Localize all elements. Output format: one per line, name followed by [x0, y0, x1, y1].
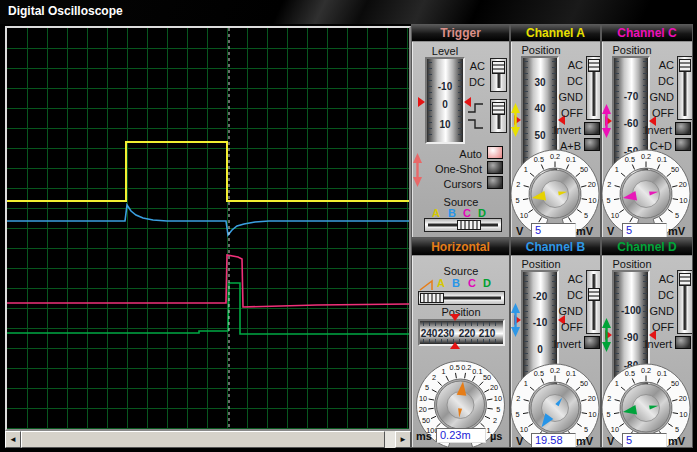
channel-d-coupling-label-ac: AC [644, 273, 674, 285]
trigger-source-slider-handle[interactable] [457, 220, 481, 230]
channel-d-unit-right: mV [668, 435, 685, 447]
channel-c-value-field[interactable]: 5 [622, 223, 667, 238]
channel-a-coupling-switch[interactable] [586, 56, 601, 120]
channel-a-panel: Channel APosition30405060ACDCGNDOFFInver… [510, 24, 601, 238]
horizontal-source-slider-handle[interactable] [420, 293, 444, 303]
horizontal-source-slider[interactable] [418, 291, 505, 305]
channel-c-scale-knob-scale-label: 10 [611, 211, 619, 220]
horizontal-position-value: 230 [435, 327, 457, 338]
channel-d-scale-knob-scale-label: 10 [679, 410, 687, 419]
channel-a-coupling-switch-handle[interactable] [588, 59, 600, 72]
channel-a-scale-knob-scale-label: 0.5 [534, 155, 544, 164]
channel-a-scale-knob-scale-label: 20 [588, 180, 596, 189]
channel-b-coupling-switch[interactable] [586, 270, 601, 334]
channel-a-scale-knob-scale-label: 50 [580, 165, 588, 174]
trigger-edge-switch[interactable] [490, 99, 507, 133]
channel-d-coupling-switch-handle[interactable] [679, 273, 691, 286]
channel-a-panel-header: Channel A [511, 25, 600, 42]
scope-grid [7, 28, 409, 429]
channel-b-value-field[interactable]: 19.58 [531, 433, 576, 448]
channel-c-position-slider-scale-value: -70 [614, 90, 648, 101]
channel-b-coupling-label-off: OFF [553, 321, 583, 333]
channel-c-unit-left: V [607, 225, 614, 237]
oscilloscope-window: Digital Oscilloscope ◄ ► TriggerLevel-10… [0, 0, 697, 452]
horizontal-position-marker-top-icon [450, 314, 460, 321]
channel-c-scale-knob-scale-label: 2 [607, 180, 611, 189]
trigger-coupling-label-ac: AC [457, 60, 485, 72]
channel-c-coupling-label-ac: AC [644, 59, 674, 71]
channel-d-panel-title: Channel D [617, 240, 676, 254]
trigger-cursors-button[interactable] [487, 176, 503, 189]
horizontal-position-scale[interactable]: 240230220210 [418, 319, 505, 346]
scroll-left-button[interactable]: ◄ [5, 431, 21, 448]
horizontal-timebase-knob-scale-label: 2 [432, 373, 436, 382]
horizontal-panel-title: Horizontal [431, 240, 490, 254]
channel-c-panel: Channel CPosition-70-60-50ACDCGNDOFFInve… [601, 24, 693, 238]
channel-c-invert-button[interactable] [675, 122, 691, 135]
channel-b-position-slider-scale-value: -10 [523, 317, 557, 328]
channel-c-coupling-switch-handle[interactable] [679, 59, 691, 72]
trigger-coupling-switch-handle[interactable] [492, 61, 505, 74]
trigger-oneshot-label: One-Shot [412, 163, 482, 175]
horizontal-timebase-knob-scale-label: 50 [422, 416, 430, 425]
channel-d-position-drag-arrow[interactable] [602, 318, 611, 352]
trigger-auto-button[interactable] [487, 146, 503, 159]
control-panels: TriggerLevel-10010ACDCAutoOne-ShotCursor… [411, 24, 693, 448]
horizontal-position-label: Position [427, 306, 495, 318]
channel-b-invert-button[interactable] [584, 336, 600, 349]
channel-c-coupling-switch[interactable] [677, 56, 693, 120]
display-h-scrollbar[interactable]: ◄ ► [5, 431, 411, 448]
channel-c-scale-knob-scale-label: 0.1 [657, 155, 667, 164]
channel-b-unit-left: V [516, 435, 523, 447]
channel-d-scale-knob-scale-label: 2 [607, 394, 611, 403]
trigger-panel-title: Trigger [440, 26, 481, 40]
horizontal-timebase-knob-scale-label: 5 [425, 383, 429, 392]
channel-b-coupling-switch-handle[interactable] [588, 288, 600, 301]
channel-a-scale-knob-scale-label: 10 [520, 211, 528, 220]
channel-a-coupling-label-gnd: GND [553, 91, 583, 103]
channel-b-scale-knob-scale-label: 0.5 [534, 369, 544, 378]
channel-d-coupling-switch[interactable] [677, 270, 693, 334]
window-titlebar[interactable]: Digital Oscilloscope [0, 0, 697, 24]
channel-a-invert-button[interactable] [584, 122, 600, 135]
channel-c-panel-title: Channel C [617, 26, 676, 40]
trigger-edge-switch-handle[interactable] [492, 102, 505, 115]
channel-d-invert-button[interactable] [675, 336, 691, 349]
window-title: Digital Oscilloscope [0, 4, 123, 18]
channel-d-coupling-label-dc: DC [644, 289, 674, 301]
channel-a-scale-knob-scale-label: 1 [524, 165, 528, 174]
channel-b-invert-label: Invert [531, 338, 581, 350]
horizontal-timebase-value-field[interactable]: 0.23m [436, 428, 486, 443]
trigger-oneshot-button[interactable] [487, 161, 503, 174]
channel-a-scale-knob-scale-label: 2 [516, 180, 520, 189]
horizontal-unit-right: µs [490, 430, 502, 442]
channel-a-position-drag-arrow[interactable] [511, 103, 520, 137]
channel-b-panel-header: Channel B [511, 239, 600, 256]
channel-b-position-drag-arrow[interactable] [511, 303, 520, 337]
channel-b-scale-knob-scale-label: 5 [516, 410, 520, 419]
channel-d-scale-knob-scale-label: 5 [607, 410, 611, 419]
horizontal-source-channel-a: A [434, 277, 448, 289]
channel-a-value-field[interactable]: 5 [531, 223, 576, 238]
horizontal-position-value: 220 [456, 327, 478, 338]
channel-d-coupling-label-off: OFF [644, 321, 674, 333]
horizontal-timebase-knob-scale-label: 0.2 [461, 363, 471, 372]
scroll-thumb[interactable] [21, 431, 385, 448]
horizontal-panel: HorizontalSourceABCDPosition240230220210… [411, 238, 510, 448]
channel-d-value-field[interactable]: 5 [622, 433, 667, 448]
scroll-right-button[interactable]: ► [395, 431, 411, 448]
channel-b-scale-knob-scale-label: 20 [588, 394, 596, 403]
horizontal-panel-header: Horizontal [412, 239, 509, 256]
horizontal-timebase-knob-scale-label: 10 [494, 394, 502, 403]
horizontal-source-channel-d: D [480, 277, 494, 289]
trigger-source-slider[interactable] [424, 218, 502, 232]
horizontal-position-value: 210 [476, 327, 498, 338]
trigger-coupling-switch[interactable] [490, 58, 507, 92]
channel-c-coupling-label-off: OFF [644, 107, 674, 119]
channel-b-position-slider-scale-value: -20 [523, 290, 557, 301]
channel-c-position-drag-arrow[interactable] [602, 104, 611, 138]
horizontal-position-marker-bottom-icon [450, 342, 460, 349]
channel-c-scale-knob-scale-label: 0.2 [641, 152, 651, 161]
channel-a-position-label: Position [514, 44, 568, 56]
channel-a-coupling-label-ac: AC [553, 59, 583, 71]
